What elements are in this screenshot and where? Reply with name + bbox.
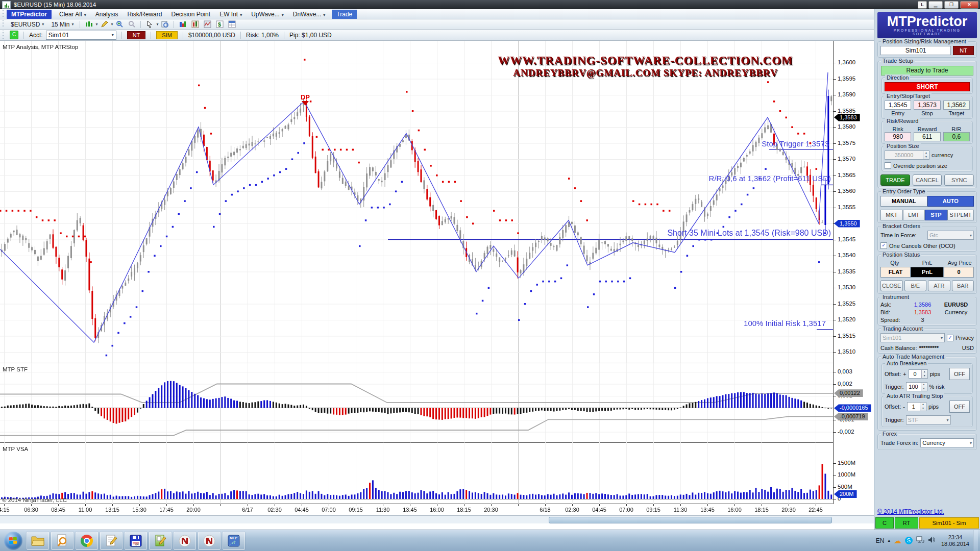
- atr-offset-spinner[interactable]: 1 ▲▼: [907, 402, 926, 411]
- floppy-64-icon[interactable]: 64: [125, 532, 147, 550]
- vsa-canvas[interactable]: [0, 443, 833, 504]
- scrollbar-thumb[interactable]: [549, 517, 832, 523]
- entry-annotation[interactable]: Short 35 Mini Lots at 1,3545 (Risk=980 U…: [667, 229, 831, 238]
- account-selector[interactable]: Sim101▾: [46, 31, 116, 40]
- menu-item-dnwave-[interactable]: DnWave...▾: [288, 10, 330, 19]
- toolbar-grip[interactable]: [2, 20, 5, 28]
- volume-tray-icon[interactable]: [928, 536, 936, 545]
- initial-risk-annotation[interactable]: 100% Initial Risk 1,3517: [744, 319, 826, 328]
- close-button[interactable]: ✕: [960, 1, 978, 9]
- position-sizing-icon[interactable]: $: [214, 19, 225, 29]
- stf-canvas[interactable]: [0, 363, 833, 443]
- search-document-icon[interactable]: [51, 532, 74, 550]
- position-button-close[interactable]: CLOSE: [880, 280, 903, 291]
- explorer-icon[interactable]: [27, 532, 49, 550]
- time-in-force-dropdown[interactable]: Gtc▾: [927, 231, 974, 240]
- trade-panel-icon[interactable]: [226, 19, 237, 29]
- position-size-spinner[interactable]: 350000 ▲▼: [885, 151, 929, 160]
- minimize-button[interactable]: ▁: [928, 1, 943, 9]
- chrome-icon[interactable]: [76, 532, 98, 550]
- hidden-icons-arrow[interactable]: ▴: [888, 537, 890, 544]
- mtpredictor-v7-icon[interactable]: MTPv7: [223, 532, 245, 550]
- stop-trigger-annotation[interactable]: Stop Trigger 1,3573: [762, 139, 829, 148]
- chart-style-icon[interactable]: [83, 19, 94, 29]
- taskbar-clock[interactable]: 23:34 18.06.2014: [941, 534, 969, 547]
- start-button[interactable]: [4, 532, 22, 550]
- breakeven-trigger-spinner[interactable]: 100 ▲▼: [906, 382, 927, 391]
- stf-pane[interactable]: MTP STF: [0, 363, 833, 443]
- breakeven-offset-spinner[interactable]: 0 ▲▼: [909, 369, 928, 379]
- psrm-nt-button[interactable]: NT: [953, 46, 974, 55]
- menu-item-analysis[interactable]: Analysis: [91, 10, 123, 19]
- skype-tray-icon[interactable]: S: [905, 537, 913, 544]
- psrm-account-field[interactable]: Sim101: [880, 46, 951, 55]
- show-desktop-button[interactable]: [973, 530, 978, 551]
- privacy-checkbox[interactable]: ✓: [947, 335, 953, 341]
- language-indicator[interactable]: EN: [876, 537, 885, 544]
- order-type-stp[interactable]: STP: [925, 210, 947, 220]
- manual-button[interactable]: MANUAL: [880, 196, 927, 207]
- ninjatrader-icon-2[interactable]: [198, 532, 220, 550]
- green-notepad-icon[interactable]: [149, 532, 172, 550]
- restore-button[interactable]: ❐: [944, 1, 959, 9]
- oco-checkbox[interactable]: ✓: [880, 242, 887, 249]
- sim-badge[interactable]: SIM: [156, 31, 178, 39]
- wave-analysis-icon[interactable]: [202, 19, 213, 29]
- trade-button[interactable]: TRADE: [880, 174, 910, 186]
- connect-button[interactable]: C: [10, 31, 18, 39]
- menu-item-trade[interactable]: Trade: [332, 10, 357, 19]
- ninjatrader-icon[interactable]: [174, 532, 196, 550]
- price-axis[interactable]: 1,36001,35951,35901,35851,35801,35751,35…: [833, 41, 874, 504]
- price-pane[interactable]: MTP Analysis, MTP ATRStop WWW.TRADING-SO…: [0, 41, 833, 363]
- draw-pencil-icon[interactable]: [99, 19, 110, 29]
- menu-item-clear-all[interactable]: Clear All▾: [55, 10, 91, 19]
- time-axis-label: 02:30: [565, 507, 579, 513]
- atr-off-button[interactable]: OFF: [949, 400, 970, 413]
- order-type-lmt[interactable]: LMT: [903, 210, 925, 220]
- l-button[interactable]: L: [918, 1, 927, 9]
- time-axis[interactable]: 4:1506:3008:4511:0013:1515:3017:4520:006…: [0, 504, 874, 515]
- menu-item-decision-point[interactable]: Decision Point: [166, 10, 215, 19]
- direction-value[interactable]: SHORT: [885, 82, 970, 91]
- target-field[interactable]: 1,3562: [943, 101, 970, 110]
- breakeven-off-button[interactable]: OFF: [949, 368, 970, 380]
- stf-current-tag: -0,0000165: [834, 404, 871, 412]
- chart-zoom-icon[interactable]: [159, 19, 170, 29]
- network-tray-icon[interactable]: [916, 536, 924, 545]
- price-chart-canvas[interactable]: [0, 41, 833, 363]
- auto-button[interactable]: AUTO: [927, 196, 974, 207]
- horizontal-scrollbar[interactable]: [0, 515, 874, 523]
- menubar-grip[interactable]: [2, 10, 5, 18]
- notepad-icon[interactable]: [100, 532, 122, 550]
- zoom-out-icon[interactable]: [126, 19, 137, 29]
- timeframe-selector[interactable]: 15 Min▾: [48, 20, 77, 29]
- sync-button[interactable]: SYNC: [944, 174, 974, 186]
- nt-badge[interactable]: NT: [127, 31, 146, 39]
- acctbar-grip[interactable]: [2, 31, 5, 39]
- order-type-mkt[interactable]: MKT: [880, 210, 903, 220]
- position-button-atr[interactable]: ATR: [928, 280, 950, 291]
- stop-field[interactable]: 1,3573: [914, 101, 940, 110]
- vsa-pane[interactable]: MTP VSA © 2014 NinjaTrader, LLC: [0, 443, 833, 504]
- override-checkbox[interactable]: [885, 162, 891, 169]
- entry-field[interactable]: 1,3545: [885, 101, 911, 110]
- cancel-button[interactable]: CANCEL: [913, 174, 942, 186]
- atr-trigger-dropdown[interactable]: STF▾: [906, 415, 951, 424]
- decision-point-icon[interactable]: [189, 19, 201, 29]
- risk-reward-annotation[interactable]: R/R: 0,6 at 1,3562 (Profit=611 USD): [709, 174, 831, 183]
- position-button-bar[interactable]: BAR: [952, 280, 974, 291]
- menu-item-mtpredictor[interactable]: MTPredictor: [7, 10, 52, 19]
- menu-item-risk-reward[interactable]: Risk/Reward: [122, 10, 166, 19]
- analysis-bars-icon[interactable]: [177, 19, 188, 29]
- menu-item-upwave-[interactable]: UpWave...▾: [247, 10, 288, 19]
- mtpredictor-copyright-link[interactable]: © 2014 MTPredictor Ltd.: [877, 508, 977, 515]
- trading-account-dropdown[interactable]: Sim101▾: [880, 333, 945, 342]
- cloud-tray-icon[interactable]: ☁: [894, 537, 901, 544]
- menu-item-ew-int[interactable]: EW Int▾: [215, 10, 247, 19]
- position-button-be[interactable]: B/E: [904, 280, 927, 291]
- cursor-icon[interactable]: [144, 19, 155, 29]
- zoom-in-icon[interactable]: [114, 19, 125, 29]
- order-type-stplmt[interactable]: STPLMT: [947, 210, 974, 220]
- trade-forex-in-dropdown[interactable]: Currency▾: [920, 438, 974, 447]
- symbol-selector[interactable]: $EURUSD▾: [8, 20, 47, 29]
